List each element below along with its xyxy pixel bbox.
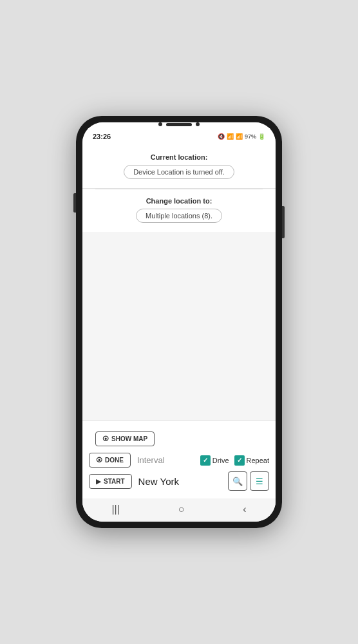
- camera-dot-left: [158, 122, 162, 126]
- done-button[interactable]: ⦿ DONE: [89, 453, 131, 468]
- main-content: Current location: Device Location is tur…: [82, 143, 276, 522]
- done-pin-icon: ⦿: [96, 457, 102, 464]
- start-label: START: [104, 478, 125, 485]
- show-map-row: ⦿ SHOW MAP: [89, 426, 269, 449]
- change-location-section: Change location to: Multiple locations (…: [82, 189, 276, 232]
- current-location-badge: Device Location is turned off.: [95, 165, 263, 179]
- check-group: Drive Repeat: [200, 455, 269, 466]
- recent-apps-icon[interactable]: |||: [111, 504, 119, 515]
- drive-check-item[interactable]: Drive: [200, 455, 229, 466]
- show-map-button[interactable]: ⦿ SHOW MAP: [95, 431, 155, 446]
- speaker: [166, 123, 192, 126]
- search-icon: 🔍: [232, 477, 243, 486]
- camera-dot-right: [196, 122, 200, 126]
- drive-checkbox[interactable]: [200, 455, 211, 466]
- repeat-check-item[interactable]: Repeat: [234, 455, 269, 466]
- current-location-section: Current location: Device Location is tur…: [82, 143, 276, 189]
- map-area: [82, 232, 276, 421]
- change-location-badge: Multiple locations (8).: [95, 209, 263, 223]
- repeat-checkbox[interactable]: [234, 455, 245, 466]
- play-icon: ▶: [96, 478, 101, 485]
- menu-button[interactable]: ☰: [250, 471, 269, 491]
- change-location-label: Change location to:: [95, 197, 263, 205]
- battery-text: 97%: [245, 133, 256, 140]
- status-bar: 23:26 🔇 📶 📶 97% 🔋: [82, 128, 276, 143]
- status-icons: 🔇 📶 📶 97% 🔋: [218, 133, 265, 140]
- phone-screen: 23:26 🔇 📶 📶 97% 🔋 Current location: Devi…: [82, 122, 276, 522]
- done-row: ⦿ DONE Interval Drive Repeat: [89, 453, 269, 468]
- mute-icon: 🔇: [218, 133, 225, 140]
- location-name-text: New York: [138, 476, 225, 487]
- current-location-label: Current location:: [95, 153, 263, 161]
- battery-icon: 🔋: [258, 133, 265, 140]
- menu-icon: ☰: [256, 477, 263, 486]
- search-button[interactable]: 🔍: [228, 471, 247, 491]
- camera-notch: [82, 122, 276, 128]
- current-location-value: Device Location is turned off.: [124, 165, 234, 179]
- drive-label: Drive: [212, 457, 229, 464]
- bottom-toolbar: ⦿ SHOW MAP ⦿ DONE Interval Dr: [82, 421, 276, 498]
- start-button[interactable]: ▶ START: [89, 474, 132, 489]
- signal-icon: 📶: [236, 133, 243, 140]
- interval-text: Interval: [137, 455, 165, 465]
- repeat-label: Repeat: [247, 457, 269, 464]
- done-label: DONE: [105, 457, 124, 464]
- change-location-value[interactable]: Multiple locations (8).: [136, 209, 222, 223]
- wifi-icon: 📶: [227, 133, 234, 140]
- show-map-label: SHOW MAP: [111, 435, 147, 442]
- home-icon[interactable]: ○: [178, 504, 185, 515]
- phone-frame: 23:26 🔇 📶 📶 97% 🔋 Current location: Devi…: [76, 116, 282, 528]
- status-time: 23:26: [93, 133, 111, 140]
- back-icon[interactable]: ‹: [243, 504, 246, 515]
- nav-bar: ||| ○ ‹: [82, 498, 276, 522]
- map-pin-icon: ⦿: [102, 435, 109, 442]
- start-row: ▶ START New York 🔍 ☰: [89, 471, 269, 491]
